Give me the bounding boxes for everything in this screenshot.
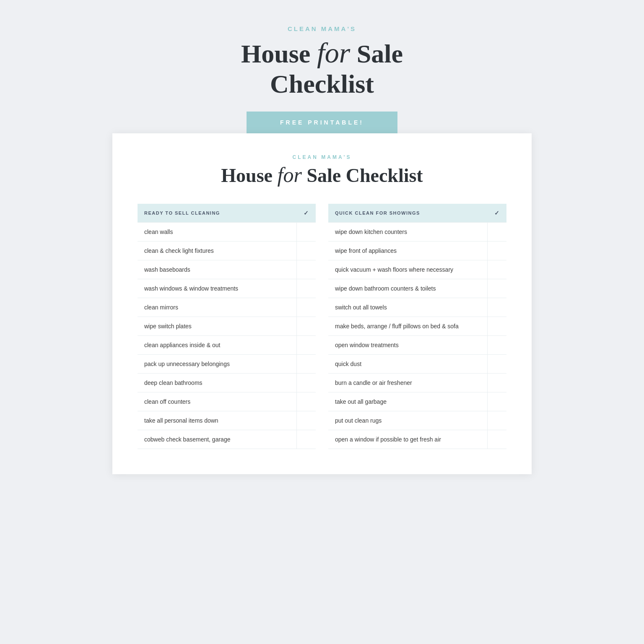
left-item-text: wipe switch plates — [138, 317, 297, 336]
left-item-check[interactable] — [297, 279, 316, 298]
right-item-check[interactable] — [488, 260, 507, 279]
right-item-text: quick vacuum + wash floors where necessa… — [328, 260, 488, 279]
left-item-check[interactable] — [297, 411, 316, 430]
card-title-part2: Sale Checklist — [302, 165, 423, 186]
left-check-header: ✓ — [297, 204, 316, 223]
right-item-text: wipe down bathroom counters & toilets — [328, 279, 488, 298]
hero-title-part1: House — [241, 39, 317, 68]
right-item-text: wipe down kitchen counters — [328, 223, 488, 242]
right-header-row: Quick Clean for Showings ✓ — [328, 204, 506, 223]
left-list-item: clean & check light fixtures — [138, 242, 316, 260]
right-item-check[interactable] — [488, 242, 507, 260]
banner-wrap: Free Printable! — [247, 112, 397, 133]
right-item-check[interactable] — [488, 317, 507, 336]
left-item-text: pack up unnecessary belongings — [138, 355, 297, 374]
right-list-item: burn a candle or air freshener — [328, 374, 506, 392]
left-list-item: clean appliances inside & out — [138, 336, 316, 355]
hero-title-part2: Sale — [350, 39, 403, 68]
left-checklist-table: Ready to Sell Cleaning ✓ clean walls cle… — [138, 204, 316, 449]
left-list-item: wipe switch plates — [138, 317, 316, 336]
left-item-text: take all personal items down — [138, 411, 297, 430]
right-item-check[interactable] — [488, 298, 507, 317]
hero-section: Clean Mama's House for Sale Checklist — [241, 25, 403, 99]
right-item-check[interactable] — [488, 279, 507, 298]
left-item-check[interactable] — [297, 298, 316, 317]
right-item-text: make beds, arrange / fluff pillows on be… — [328, 317, 488, 336]
left-item-check[interactable] — [297, 430, 316, 449]
left-item-check[interactable] — [297, 374, 316, 392]
right-item-text: put out clean rugs — [328, 411, 488, 430]
left-item-text: clean & check light fixtures — [138, 242, 297, 260]
hero-title: House for Sale Checklist — [241, 36, 403, 99]
left-list-item: wash windows & window treatments — [138, 279, 316, 298]
right-list-item: wipe front of appliances — [328, 242, 506, 260]
left-item-text: clean walls — [138, 223, 297, 242]
left-table-header: Ready to Sell Cleaning — [138, 204, 297, 223]
right-item-text: burn a candle or air freshener — [328, 374, 488, 392]
right-item-text: open a window if possible to get fresh a… — [328, 430, 488, 449]
left-list-item: clean off counters — [138, 392, 316, 411]
left-item-check[interactable] — [297, 336, 316, 355]
right-list-item: make beds, arrange / fluff pillows on be… — [328, 317, 506, 336]
left-item-check[interactable] — [297, 392, 316, 411]
card-inner-title: Clean Mama's House for Sale Checklist — [138, 154, 506, 187]
card-title: House for Sale Checklist — [138, 163, 506, 187]
right-item-check[interactable] — [488, 374, 507, 392]
left-item-check[interactable] — [297, 242, 316, 260]
checklist-grid: Ready to Sell Cleaning ✓ clean walls cle… — [138, 204, 506, 449]
right-list-item: wipe down bathroom counters & toilets — [328, 279, 506, 298]
card-subtitle: Clean Mama's — [138, 154, 506, 160]
right-table-header: Quick Clean for Showings — [328, 204, 488, 223]
right-list-item: open a window if possible to get fresh a… — [328, 430, 506, 449]
left-list-item: take all personal items down — [138, 411, 316, 430]
left-item-check[interactable] — [297, 223, 316, 242]
left-header-row: Ready to Sell Cleaning ✓ — [138, 204, 316, 223]
left-item-text: wash baseboards — [138, 260, 297, 279]
main-card: Clean Mama's House for Sale Checklist Re… — [112, 133, 532, 474]
right-item-check[interactable] — [488, 336, 507, 355]
left-list-item: clean walls — [138, 223, 316, 242]
free-printable-banner: Free Printable! — [247, 112, 397, 133]
right-list-item: take out all garbage — [328, 392, 506, 411]
right-item-check[interactable] — [488, 223, 507, 242]
left-item-text: cobweb check basement, garage — [138, 430, 297, 449]
left-list-item: clean mirrors — [138, 298, 316, 317]
right-item-text: switch out all towels — [328, 298, 488, 317]
left-item-text: clean appliances inside & out — [138, 336, 297, 355]
right-list-item: open window treatments — [328, 336, 506, 355]
card-title-script: for — [278, 163, 302, 187]
right-item-text: take out all garbage — [328, 392, 488, 411]
right-item-check[interactable] — [488, 411, 507, 430]
right-item-text: wipe front of appliances — [328, 242, 488, 260]
left-item-check[interactable] — [297, 355, 316, 374]
left-list-item: cobweb check basement, garage — [138, 430, 316, 449]
left-item-text: wash windows & window treatments — [138, 279, 297, 298]
right-item-check[interactable] — [488, 430, 507, 449]
right-check-header: ✓ — [488, 204, 507, 223]
right-item-text: open window treatments — [328, 336, 488, 355]
right-list-item: wipe down kitchen counters — [328, 223, 506, 242]
card-title-part1: House — [221, 165, 277, 186]
right-item-text: quick dust — [328, 355, 488, 374]
right-list-item: quick dust — [328, 355, 506, 374]
right-item-check[interactable] — [488, 392, 507, 411]
hero-title-script: for — [317, 37, 350, 69]
left-item-check[interactable] — [297, 260, 316, 279]
right-checklist-table: Quick Clean for Showings ✓ wipe down kit… — [328, 204, 506, 449]
hero-title-line2: Checklist — [270, 70, 374, 98]
hero-subtitle: Clean Mama's — [241, 25, 403, 32]
right-list-item: put out clean rugs — [328, 411, 506, 430]
left-item-text: clean off counters — [138, 392, 297, 411]
right-item-check[interactable] — [488, 355, 507, 374]
right-list-item: switch out all towels — [328, 298, 506, 317]
left-item-check[interactable] — [297, 317, 316, 336]
left-list-item: wash baseboards — [138, 260, 316, 279]
right-list-item: quick vacuum + wash floors where necessa… — [328, 260, 506, 279]
left-list-item: pack up unnecessary belongings — [138, 355, 316, 374]
left-item-text: deep clean bathrooms — [138, 374, 297, 392]
left-item-text: clean mirrors — [138, 298, 297, 317]
left-list-item: deep clean bathrooms — [138, 374, 316, 392]
